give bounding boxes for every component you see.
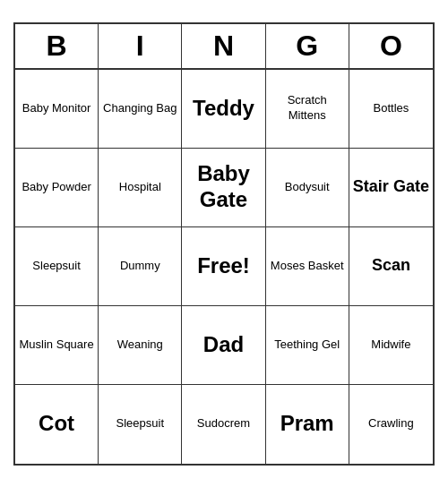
bingo-cell: Muslin Square: [15, 306, 99, 385]
cell-label: Sleepsuit: [116, 416, 164, 431]
cell-label: Scratch Mittens: [270, 93, 345, 124]
bingo-card: BINGO Baby MonitorChanging BagTeddyScrat…: [13, 22, 435, 466]
bingo-cell: Bodysuit: [266, 149, 349, 227]
cell-label: Dummy: [120, 259, 160, 274]
bingo-cell: Sudocrem: [182, 385, 265, 464]
cell-label: Cot: [39, 411, 74, 437]
bingo-cell: Dad: [182, 306, 265, 385]
bingo-cell: Weaning: [99, 306, 182, 385]
bingo-cell: Stair Gate: [349, 149, 433, 227]
bingo-cell: Cot: [15, 385, 99, 464]
cell-label: Stair Gate: [353, 177, 429, 197]
header-letter: N: [182, 24, 265, 68]
bingo-cell: Scan: [349, 227, 433, 306]
bingo-cell: Changing Bag: [99, 70, 182, 149]
header-letter: I: [99, 24, 182, 68]
cell-label: Scan: [372, 256, 410, 276]
bingo-cell: Free!: [182, 227, 265, 306]
cell-label: Dad: [203, 332, 244, 358]
bingo-grid: Baby MonitorChanging BagTeddyScratch Mit…: [15, 70, 433, 464]
cell-label: Sudocrem: [197, 416, 250, 431]
cell-label: Bottles: [374, 101, 409, 116]
cell-label: Pram: [280, 411, 334, 437]
cell-label: Teething Gel: [274, 337, 340, 353]
cell-label: Teddy: [193, 96, 254, 122]
header-letter: B: [15, 24, 99, 68]
cell-label: Muslin Square: [20, 337, 94, 353]
cell-label: Midwife: [371, 337, 410, 353]
cell-label: Free!: [197, 253, 250, 279]
cell-label: Bodysuit: [285, 180, 330, 195]
cell-label: Changing Bag: [103, 101, 177, 116]
cell-label: Baby Powder: [22, 180, 90, 195]
bingo-cell: Dummy: [99, 227, 182, 306]
bingo-cell: Midwife: [349, 306, 433, 385]
bingo-cell: Pram: [266, 385, 349, 464]
bingo-cell: Hospital: [99, 149, 182, 227]
cell-label: Sleepsuit: [32, 259, 80, 274]
header-letter: O: [349, 24, 433, 68]
bingo-cell: Sleepsuit: [99, 385, 182, 464]
cell-label: Weaning: [117, 337, 163, 353]
bingo-cell: Teething Gel: [266, 306, 349, 385]
bingo-cell: Moses Basket: [266, 227, 349, 306]
bingo-cell: Scratch Mittens: [266, 70, 349, 149]
bingo-cell: Crawling: [349, 385, 433, 464]
cell-label: Baby Gate: [185, 161, 261, 213]
cell-label: Moses Basket: [271, 259, 344, 274]
cell-label: Hospital: [119, 180, 161, 195]
bingo-cell: Teddy: [182, 70, 265, 149]
bingo-cell: Baby Gate: [182, 149, 265, 227]
bingo-cell: Baby Powder: [15, 149, 99, 227]
cell-label: Crawling: [368, 416, 414, 431]
bingo-cell: Bottles: [349, 70, 433, 149]
header-letter: G: [266, 24, 349, 68]
bingo-cell: Sleepsuit: [15, 227, 99, 306]
bingo-cell: Baby Monitor: [15, 70, 99, 149]
bingo-header: BINGO: [15, 24, 433, 70]
cell-label: Baby Monitor: [22, 101, 91, 116]
